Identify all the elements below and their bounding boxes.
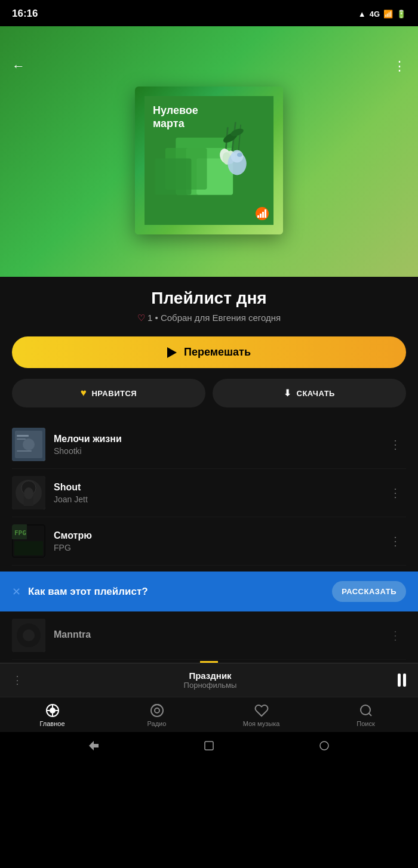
album-title-line2: марта <box>153 118 198 131</box>
track-thumbnail: FPG <box>12 524 45 558</box>
svg-rect-5 <box>155 159 191 195</box>
battery-icon: 🔋 <box>397 10 406 18</box>
track-artist: Shootki <box>54 446 376 456</box>
nav-item-home[interactable]: Главное <box>0 703 105 727</box>
status-icons: ▲ 4G 📶 🔋 <box>358 10 406 18</box>
network-label: 4G <box>370 10 380 18</box>
svg-point-23 <box>23 438 35 450</box>
sys-back-button[interactable] <box>88 740 100 754</box>
track-thumbnail <box>12 428 45 461</box>
more-options-button[interactable]: ⋮ <box>393 58 406 74</box>
track-info: Мелочи жизни Shootki <box>54 434 376 456</box>
home-icon <box>45 703 60 718</box>
svg-point-41 <box>50 708 56 713</box>
page-header: ← ⋮ <box>0 52 418 80</box>
nav-label-search: Поиск <box>356 720 374 727</box>
download-label: СКАЧАТЬ <box>297 389 335 398</box>
download-icon: ⬇ <box>284 388 292 399</box>
sys-recents-button[interactable] <box>318 740 330 754</box>
svg-line-49 <box>368 713 371 716</box>
svg-rect-20 <box>265 209 266 218</box>
svg-rect-17 <box>257 215 259 218</box>
partial-content: Manntra ⋮ <box>0 611 418 660</box>
now-playing-bar[interactable]: ⋮ Праздник Порнофильмы <box>0 663 418 697</box>
playlist-title: Плейлист дня <box>12 289 406 308</box>
track-name: Смотрю <box>54 530 376 541</box>
notification-banner: ✕ Как вам этот плейлист? РАССКАЗАТЬ <box>0 572 418 611</box>
track-artist: Joan Jett <box>54 495 376 504</box>
track-artist: FPG <box>54 543 376 552</box>
now-playing-artist: Порнофильмы <box>30 681 391 690</box>
svg-rect-18 <box>260 214 262 218</box>
track-list: Мелочи жизни Shootki ⋮ Shout Joan Jett ⋮… <box>12 421 406 572</box>
heart-icon <box>254 703 269 718</box>
action-row: ♥ НРАВИТСЯ ⬇ СКАЧАТЬ <box>12 379 406 407</box>
banner-text: Как вам этот плейлист? <box>28 586 325 598</box>
shuffle-label: Перемешать <box>184 346 251 359</box>
svg-rect-51 <box>205 742 213 750</box>
track-item[interactable]: FPG Смотрю FPG ⋮ <box>12 517 406 566</box>
bottom-nav: Главное Радио Моя музыка Поиск <box>0 697 418 732</box>
nav-item-radio[interactable]: Радио <box>105 703 209 727</box>
pause-bar-right <box>403 674 406 687</box>
hero-section: ← ⋮ <box>0 26 418 277</box>
svg-point-48 <box>361 705 370 715</box>
track-more-button[interactable]: ⋮ <box>385 435 406 454</box>
subtitle-text: 1 • Собран для Евгения сегодня <box>147 313 281 323</box>
signal-icon: ▲ <box>358 10 366 18</box>
svg-rect-19 <box>262 212 264 218</box>
track-item[interactable]: Shout Joan Jett ⋮ <box>12 469 406 517</box>
track-name: Manntra <box>54 629 376 640</box>
svg-point-52 <box>320 742 328 750</box>
svg-rect-24 <box>17 435 29 437</box>
system-nav <box>0 732 418 762</box>
sys-home-button[interactable] <box>203 740 215 754</box>
track-more-button[interactable]: ⋮ <box>385 483 406 502</box>
svg-point-15 <box>231 150 244 163</box>
pause-button[interactable] <box>398 674 406 687</box>
track-more-button[interactable]: ⋮ <box>385 626 406 645</box>
download-button[interactable]: ⬇ СКАЧАТЬ <box>213 379 406 407</box>
shuffle-button[interactable]: Перемешать <box>12 336 406 368</box>
status-time: 16:16 <box>12 8 38 20</box>
nav-label-home: Главное <box>39 720 64 727</box>
pause-bar-left <box>398 674 401 687</box>
like-button[interactable]: ♥ НРАВИТСЯ <box>12 379 205 407</box>
svg-rect-25 <box>17 438 26 440</box>
content-area: Плейлист дня ♡ 1 • Собран для Евгения се… <box>0 277 418 572</box>
play-icon <box>167 347 177 358</box>
banner-action-button[interactable]: РАССКАЗАТЬ <box>332 581 406 602</box>
svg-marker-50 <box>89 741 99 750</box>
track-thumbnail <box>12 619 45 652</box>
playlist-subtitle: ♡ 1 • Собран для Евгения сегодня <box>12 313 406 323</box>
now-playing-more-button[interactable]: ⋮ <box>12 674 23 687</box>
search-icon <box>359 703 373 718</box>
svg-rect-36 <box>14 541 43 555</box>
nav-label-my-music: Моя музыка <box>243 720 280 727</box>
track-name: Мелочи жизни <box>54 434 376 444</box>
like-label: НРАВИТСЯ <box>91 389 137 398</box>
svg-rect-26 <box>17 450 32 452</box>
heart-icon: ♡ <box>137 313 145 323</box>
radio-icon <box>150 703 164 718</box>
nav-item-my-music[interactable]: Моя музыка <box>209 703 314 727</box>
back-button[interactable]: ← <box>12 58 25 74</box>
banner-close-button[interactable]: ✕ <box>12 585 21 598</box>
now-playing-info: Праздник Порнофильмы <box>30 671 391 690</box>
nav-label-radio: Радио <box>147 720 167 727</box>
volume-icon: 📶 <box>383 10 393 18</box>
track-more-button[interactable]: ⋮ <box>385 532 406 551</box>
track-thumbnail <box>12 476 45 509</box>
deezer-logo <box>256 207 269 220</box>
track-item[interactable]: Manntra ⋮ <box>12 611 406 660</box>
heart-filled-icon: ♥ <box>81 387 87 399</box>
nav-item-search[interactable]: Поиск <box>314 703 418 727</box>
track-info: Shout Joan Jett <box>54 482 376 504</box>
track-info: Manntra <box>54 629 376 642</box>
track-info: Смотрю FPG <box>54 530 376 552</box>
svg-text:FPG: FPG <box>14 529 26 537</box>
now-playing-title: Праздник <box>30 671 391 681</box>
track-item[interactable]: Мелочи жизни Shootki ⋮ <box>12 421 406 469</box>
svg-point-39 <box>23 629 35 641</box>
album-art: Нулевое марта <box>135 87 283 234</box>
